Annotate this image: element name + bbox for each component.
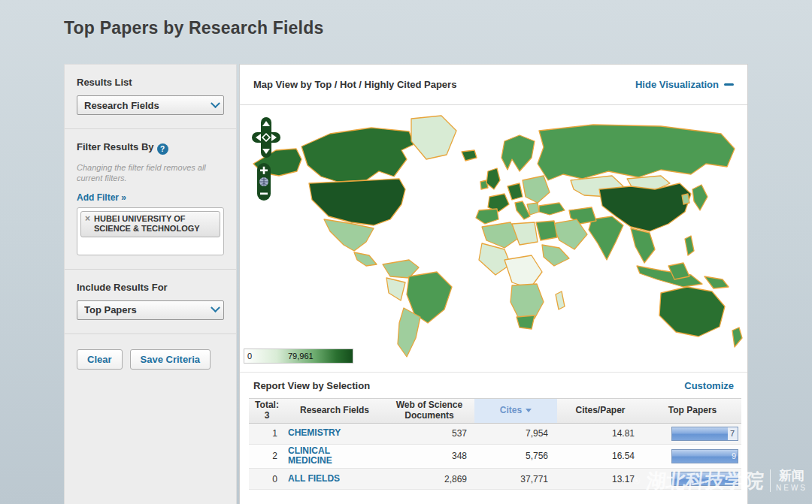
report-title: Report View by Selection [253,380,370,391]
filter-box: × HUBEI UNIVERSITY OF SCIENCE & TECHNOLO… [77,207,224,255]
bar-fill [672,427,728,440]
cell-cites-per-paper: 16.54 [557,445,644,469]
results-list-section: Results List Research Fields [65,65,236,129]
include-results-dropdown[interactable]: Top Papers [77,300,224,320]
results-list-dropdown[interactable]: Research Fields [77,95,224,115]
cell-documents: 348 [384,445,474,469]
row-rank: 1 [249,424,285,444]
table-row: 2 CLINICAL MEDICINE 348 5,756 16.54 9 [249,445,741,469]
column-header-research-fields[interactable]: Research Fields [285,399,384,423]
bar-fill [672,450,738,463]
cell-cites: 7,954 [474,424,557,444]
main-panel: Map View by Top / Hot / Highly Cited Pap… [239,64,748,504]
table-row: 0 ALL FIELDS 2,869 37,771 13.17 [249,469,741,490]
chevron-down-icon [211,303,220,312]
filter-tag-label: HUBEI UNIVERSITY OF SCIENCE & TECHNOLOGY [94,214,215,234]
report-table: Total: 3 Research Fields Web of Science … [249,398,741,490]
total-label: Total: [255,400,279,411]
cell-cites-per-paper: 14.81 [557,424,644,444]
cell-cites: 37,771 [474,469,557,489]
save-criteria-button[interactable]: Save Criteria [130,349,211,370]
filter-note: Changing the filter field removes all cu… [77,162,224,184]
column-header-cites[interactable]: Cites [474,399,557,423]
field-link-clinical-medicine[interactable]: CLINICAL MEDICINE [288,446,372,467]
sidebar: Results List Research Fields Filter Resu… [64,64,237,504]
bar-value: 9 [732,451,736,460]
map-legend: 0 79,961 [244,349,353,364]
watermark-news-en: NEWS [776,484,807,492]
remove-filter-icon[interactable]: × [85,214,90,224]
bar-value: 7 [730,429,735,438]
legend-max-value: 79,961 [288,352,314,361]
sort-descending-icon [526,409,532,412]
cell-documents: 537 [384,424,474,444]
help-icon[interactable]: ? [157,143,168,155]
map-zoom-control[interactable] [256,162,271,201]
field-link-all-fields[interactable]: ALL FIELDS [288,474,340,484]
cites-header-label: Cites [500,406,522,416]
bar-fill [672,472,738,485]
total-count: 3 [265,411,270,421]
total-header: Total: 3 [249,399,285,423]
cell-cites: 5,756 [474,445,557,469]
chevron-down-icon [211,98,220,108]
visualization-title: Map View by Top / Hot / Highly Cited Pap… [253,79,456,90]
customize-link[interactable]: Customize [684,380,734,391]
map-area: 0 79,961 [240,105,747,373]
filter-label-row: Filter Results By? [77,141,224,155]
top-papers-bar [671,472,738,486]
table-header-row: Total: 3 Research Fields Web of Science … [249,398,741,424]
legend-min-value: 0 [247,352,252,361]
watermark-news-cn: 新闻 [779,469,804,484]
results-list-selected: Research Fields [84,100,212,111]
add-filter-link[interactable]: Add Filter » [77,192,126,203]
include-results-selected: Top Papers [84,304,212,315]
include-results-section: Include Results For Top Papers [65,270,236,334]
row-rank: 2 [249,445,285,469]
field-link-chemistry[interactable]: CHEMISTRY [288,428,341,439]
filter-section: Filter Results By? Changing the filter f… [65,129,236,270]
table-row: 1 CHEMISTRY 537 7,954 14.81 7 [249,424,741,445]
top-papers-bar: 7 [671,427,738,441]
column-header-top-papers[interactable]: Top Papers [644,399,741,423]
cell-cites-per-paper: 13.17 [557,469,644,489]
visualization-header: Map View by Top / Hot / Highly Cited Pap… [240,65,747,105]
cell-documents: 2,869 [384,469,474,489]
screen: Top Papers by Research Fields Results Li… [0,0,812,504]
sidebar-actions: Clear Save Criteria [65,334,236,383]
clear-button[interactable]: Clear [77,349,123,370]
column-header-documents[interactable]: Web of Science Documents [384,399,474,423]
row-rank: 0 [249,469,285,489]
map-pan-control[interactable] [250,116,282,159]
filter-tag[interactable]: × HUBEI UNIVERSITY OF SCIENCE & TECHNOLO… [80,211,220,237]
page-title: Top Papers by Research Fields [64,18,323,38]
hide-visualization-label: Hide Visualization [635,79,719,90]
world-map[interactable] [240,105,747,373]
results-list-label: Results List [77,77,224,88]
hide-visualization-link[interactable]: Hide Visualization [635,79,734,90]
top-papers-bar: 9 [671,449,738,463]
filter-label: Filter Results By [77,141,154,152]
minus-icon [724,83,734,86]
report-header: Report View by Selection Customize [240,373,747,398]
include-results-label: Include Results For [77,282,224,293]
column-header-cites-per-paper[interactable]: Cites/Paper [557,399,644,423]
